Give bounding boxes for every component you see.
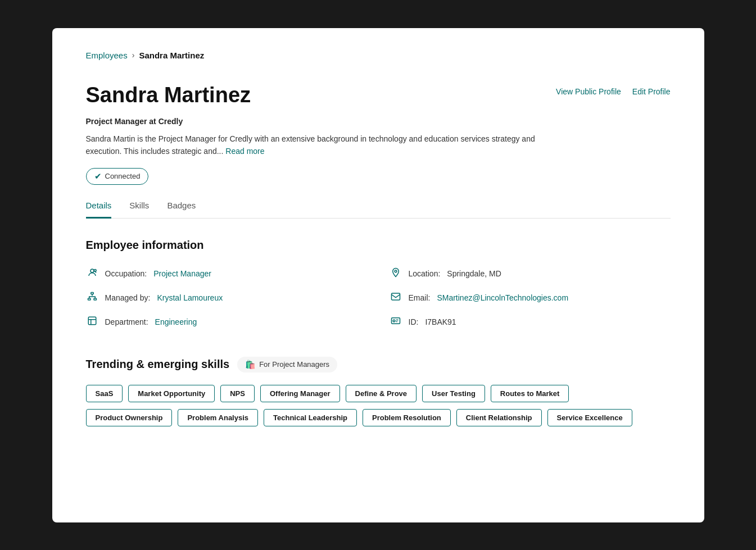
skill-problem-analysis[interactable]: Problem Analysis bbox=[178, 409, 258, 426]
skill-service-excellence[interactable]: Service Excellence bbox=[547, 409, 632, 426]
profile-header: Sandra Martinez View Public Profile Edit… bbox=[86, 83, 671, 108]
info-id: ID: I7BAK91 bbox=[390, 316, 671, 329]
info-department: Department: Engineering bbox=[86, 316, 367, 329]
svg-point-1 bbox=[94, 269, 96, 271]
skill-nps[interactable]: NPS bbox=[220, 385, 255, 402]
skill-market-opportunity[interactable]: Market Opportunity bbox=[128, 385, 215, 402]
id-label: ID: bbox=[409, 317, 419, 326]
skill-client-relationship[interactable]: Client Relationship bbox=[456, 409, 542, 426]
info-managed-by: Managed by: Krystal Lamoureux bbox=[86, 292, 367, 304]
svg-rect-5 bbox=[94, 298, 97, 300]
email-icon bbox=[390, 292, 402, 304]
breadcrumb: Employees › Sandra Martinez bbox=[86, 51, 671, 60]
profile-name: Sandra Martinez bbox=[86, 83, 251, 108]
location-value: Springdale, MD bbox=[447, 269, 501, 278]
edit-profile-link[interactable]: Edit Profile bbox=[632, 87, 671, 96]
view-public-profile-link[interactable]: View Public Profile bbox=[556, 87, 621, 96]
svg-rect-3 bbox=[90, 292, 93, 294]
info-email: Email: SMartinez@LincolnTechnologies.com bbox=[390, 292, 671, 304]
info-occupation: Occupation: Project Manager bbox=[86, 267, 367, 280]
managed-by-value[interactable]: Krystal Lamoureux bbox=[157, 293, 223, 302]
connected-badge[interactable]: ✔ Connected bbox=[86, 168, 149, 185]
skill-technical-leadership[interactable]: Technical Leadership bbox=[264, 409, 357, 426]
tab-bar: Details Skills Badges bbox=[86, 201, 671, 219]
skill-user-testing[interactable]: User Testing bbox=[422, 385, 485, 402]
skill-routes-to-market[interactable]: Routes to Market bbox=[491, 385, 569, 402]
svg-point-9 bbox=[393, 320, 395, 322]
id-value: I7BAK91 bbox=[425, 317, 456, 326]
svg-rect-6 bbox=[391, 293, 400, 300]
occupation-label: Occupation: bbox=[105, 269, 147, 278]
skills-row-1: SaaS Market Opportunity NPS Offering Man… bbox=[86, 385, 671, 402]
breadcrumb-employees-link[interactable]: Employees bbox=[86, 51, 128, 60]
profile-bio: Sandra Martin is the Project Manager for… bbox=[86, 133, 558, 158]
department-value[interactable]: Engineering bbox=[155, 317, 197, 326]
skills-row-2: Product Ownership Problem Analysis Techn… bbox=[86, 409, 671, 426]
briefcase-icon: 🛍️ bbox=[245, 360, 256, 370]
occupation-value[interactable]: Project Manager bbox=[153, 269, 211, 278]
tab-details[interactable]: Details bbox=[86, 201, 112, 219]
profile-title: Project Manager at Credly bbox=[86, 117, 671, 126]
role-badge-label: For Project Managers bbox=[259, 360, 329, 369]
skill-offering-manager[interactable]: Offering Manager bbox=[260, 385, 340, 402]
dept-icon bbox=[86, 316, 98, 329]
email-label: Email: bbox=[409, 293, 431, 302]
email-value[interactable]: SMartinez@LincolnTechnologies.com bbox=[437, 293, 568, 302]
breadcrumb-current: Sandra Martinez bbox=[139, 51, 204, 60]
svg-point-2 bbox=[395, 270, 397, 272]
employee-info-title: Employee information bbox=[86, 239, 671, 252]
department-label: Department: bbox=[105, 317, 148, 326]
read-more-link[interactable]: Read more bbox=[225, 147, 264, 156]
location-label: Location: bbox=[409, 269, 441, 278]
skill-define-prove[interactable]: Define & Prove bbox=[346, 385, 417, 402]
skill-product-ownership[interactable]: Product Ownership bbox=[86, 409, 173, 426]
role-badge: 🛍️ For Project Managers bbox=[237, 357, 337, 372]
connected-label: Connected bbox=[105, 172, 141, 180]
tab-skills[interactable]: Skills bbox=[129, 201, 149, 219]
info-location: Location: Springdale, MD bbox=[390, 267, 671, 280]
managed-by-label: Managed by: bbox=[105, 293, 151, 302]
tab-badges[interactable]: Badges bbox=[167, 201, 196, 219]
person-icon bbox=[86, 267, 98, 280]
employee-info-grid: Occupation: Project Manager Location: Sp… bbox=[86, 267, 671, 329]
svg-point-0 bbox=[90, 269, 94, 272]
id-icon bbox=[390, 316, 402, 329]
skill-saas[interactable]: SaaS bbox=[86, 385, 123, 402]
org-icon bbox=[86, 292, 98, 304]
profile-actions: View Public Profile Edit Profile bbox=[556, 87, 670, 96]
breadcrumb-separator: › bbox=[132, 51, 135, 60]
svg-rect-4 bbox=[88, 298, 90, 300]
profile-card: Employees › Sandra Martinez Sandra Marti… bbox=[52, 28, 704, 522]
trending-header: Trending & emerging skills 🛍️ For Projec… bbox=[86, 357, 671, 372]
connected-icon: ✔ bbox=[94, 171, 102, 181]
skill-problem-resolution[interactable]: Problem Resolution bbox=[363, 409, 451, 426]
location-icon bbox=[390, 267, 402, 280]
svg-rect-7 bbox=[88, 317, 96, 325]
trending-title: Trending & emerging skills bbox=[86, 358, 230, 371]
